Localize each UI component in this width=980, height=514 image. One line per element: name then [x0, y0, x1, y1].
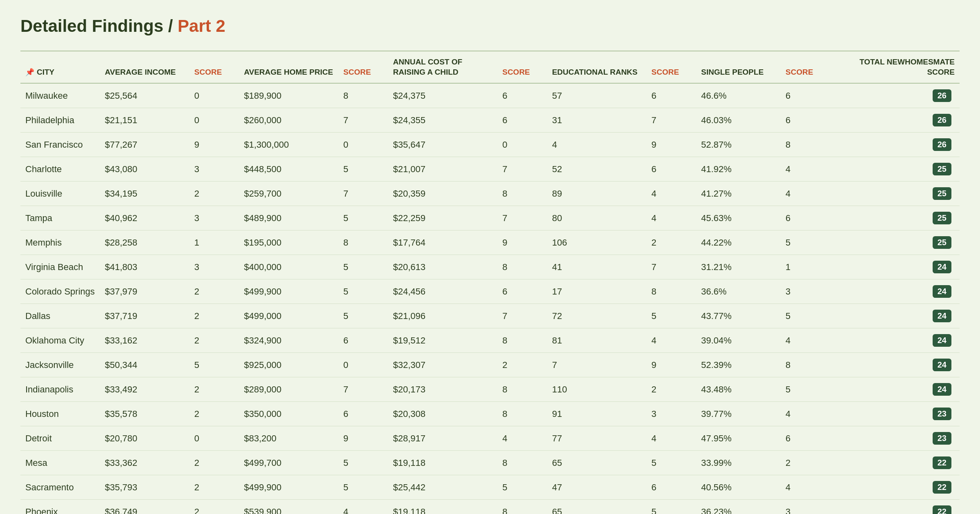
col-header-score3: SCORE — [497, 51, 547, 83]
cell-score5: 8 — [781, 353, 831, 377]
col-header-city: 📌CITY — [20, 51, 100, 83]
cell-score2: 7 — [339, 377, 388, 402]
cell-score3: 9 — [497, 230, 547, 255]
cell-score4: 4 — [646, 206, 696, 230]
cell-score4: 7 — [646, 108, 696, 133]
cell-edu-rank: 17 — [547, 279, 646, 304]
cell-score5: 8 — [781, 133, 831, 157]
cell-city: Phoenix — [20, 500, 100, 514]
cell-avg-income: $37,719 — [100, 304, 189, 328]
cell-annual-cost: $19,118 — [388, 451, 498, 475]
cell-score1: 2 — [189, 279, 239, 304]
cell-score3: 6 — [497, 279, 547, 304]
cell-city: Tampa — [20, 206, 100, 230]
cell-score2: 5 — [339, 157, 388, 182]
cell-total-score: 24 — [831, 255, 960, 279]
cell-edu-rank: 77 — [547, 426, 646, 451]
cell-score4: 4 — [646, 328, 696, 353]
col-header-single: SINGLE PEOPLE — [696, 51, 781, 83]
table-row: Philadelphia $21,151 0 $260,000 7 $24,35… — [20, 108, 960, 133]
cell-score2: 8 — [339, 83, 388, 108]
cell-score2: 7 — [339, 182, 388, 206]
table-row: Virginia Beach $41,803 3 $400,000 5 $20,… — [20, 255, 960, 279]
title-prefix: Detailed Findings / — [20, 16, 178, 35]
cell-annual-cost: $24,456 — [388, 279, 498, 304]
cell-avg-home: $324,900 — [239, 328, 338, 353]
cell-avg-home: $195,000 — [239, 230, 338, 255]
cell-edu-rank: 41 — [547, 255, 646, 279]
cell-edu-rank: 52 — [547, 157, 646, 182]
col-header-score4: SCORE — [646, 51, 696, 83]
cell-score5: 6 — [781, 426, 831, 451]
table-row: Milwaukee $25,564 0 $189,900 8 $24,375 6… — [20, 83, 960, 108]
cell-edu-rank: 31 — [547, 108, 646, 133]
cell-avg-income: $36,749 — [100, 500, 189, 514]
cell-score2: 5 — [339, 255, 388, 279]
cell-score5: 3 — [781, 279, 831, 304]
col-header-edu-rank: EDUCATIONAL RANKS — [547, 51, 646, 83]
cell-score1: 3 — [189, 206, 239, 230]
cell-avg-income: $25,564 — [100, 83, 189, 108]
cell-score4: 9 — [646, 133, 696, 157]
cell-score1: 9 — [189, 133, 239, 157]
cell-score3: 6 — [497, 108, 547, 133]
cell-avg-home: $489,900 — [239, 206, 338, 230]
cell-score4: 4 — [646, 182, 696, 206]
cell-score2: 5 — [339, 451, 388, 475]
cell-score3: 8 — [497, 500, 547, 514]
cell-score2: 6 — [339, 328, 388, 353]
cell-edu-rank: 47 — [547, 475, 646, 500]
cell-score5: 4 — [781, 402, 831, 426]
cell-avg-home: $400,000 — [239, 255, 338, 279]
cell-single-people: 52.87% — [696, 133, 781, 157]
cell-score4: 2 — [646, 230, 696, 255]
table-row: Colorado Springs $37,979 2 $499,900 5 $2… — [20, 279, 960, 304]
cell-single-people: 31.21% — [696, 255, 781, 279]
cell-score2: 8 — [339, 230, 388, 255]
cell-city: San Francisco — [20, 133, 100, 157]
cell-avg-income: $77,267 — [100, 133, 189, 157]
cell-score2: 7 — [339, 108, 388, 133]
cell-total-score: 26 — [831, 83, 960, 108]
cell-city: Louisville — [20, 182, 100, 206]
cell-annual-cost: $24,375 — [388, 83, 498, 108]
cell-avg-income: $35,793 — [100, 475, 189, 500]
cell-edu-rank: 89 — [547, 182, 646, 206]
cell-total-score: 25 — [831, 157, 960, 182]
cell-avg-home: $539,900 — [239, 500, 338, 514]
cell-score2: 5 — [339, 279, 388, 304]
cell-avg-income: $20,780 — [100, 426, 189, 451]
cell-single-people: 46.6% — [696, 83, 781, 108]
cell-total-score: 25 — [831, 182, 960, 206]
cell-city: Memphis — [20, 230, 100, 255]
col-header-avg-home: AVERAGE HOME PRICE — [239, 51, 338, 83]
cell-single-people: 39.77% — [696, 402, 781, 426]
cell-score1: 0 — [189, 426, 239, 451]
cell-total-score: 22 — [831, 451, 960, 475]
cell-city: Philadelphia — [20, 108, 100, 133]
cell-score1: 2 — [189, 451, 239, 475]
cell-score1: 2 — [189, 402, 239, 426]
cell-annual-cost: $19,118 — [388, 500, 498, 514]
table-row: Oklahoma City $33,162 2 $324,900 6 $19,5… — [20, 328, 960, 353]
cell-city: Virginia Beach — [20, 255, 100, 279]
cell-score5: 4 — [781, 475, 831, 500]
table-row: Charlotte $43,080 3 $448,500 5 $21,007 7… — [20, 157, 960, 182]
cell-annual-cost: $20,173 — [388, 377, 498, 402]
cell-score1: 2 — [189, 500, 239, 514]
cell-score5: 5 — [781, 304, 831, 328]
cell-edu-rank: 4 — [547, 133, 646, 157]
cell-score4: 5 — [646, 451, 696, 475]
cell-annual-cost: $17,764 — [388, 230, 498, 255]
cell-single-people: 43.48% — [696, 377, 781, 402]
cell-score5: 4 — [781, 157, 831, 182]
cell-annual-cost: $32,307 — [388, 353, 498, 377]
cell-score3: 0 — [497, 133, 547, 157]
cell-city: Oklahoma City — [20, 328, 100, 353]
cell-score5: 1 — [781, 255, 831, 279]
cell-score3: 8 — [497, 328, 547, 353]
cell-annual-cost: $21,096 — [388, 304, 498, 328]
cell-score1: 3 — [189, 157, 239, 182]
cell-score5: 2 — [781, 451, 831, 475]
table-row: Phoenix $36,749 2 $539,900 4 $19,118 8 6… — [20, 500, 960, 514]
